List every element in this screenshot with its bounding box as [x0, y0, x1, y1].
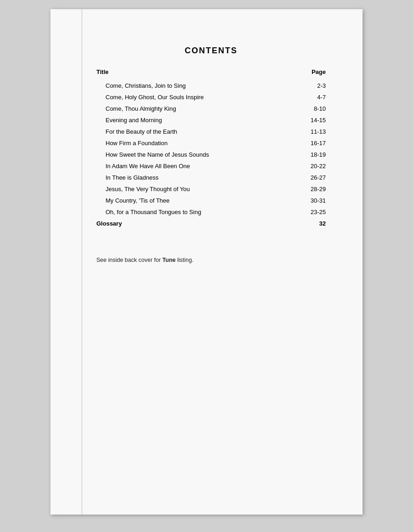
toc-entry-title: Jesus, The Very Thought of You — [96, 183, 298, 195]
toc-entry-title: My Country, 'Tis of Thee — [96, 195, 298, 206]
footnote-bold: Tune — [162, 257, 176, 263]
footnote-suffix: listing. — [176, 257, 194, 263]
toc-row: Jesus, The Very Thought of You28-29 — [96, 183, 326, 195]
toc-table: Title Page Come, Christians, Join to Sin… — [96, 68, 326, 229]
toc-entry-page: 26-27 — [298, 172, 326, 183]
toc-row: In Adam We Have All Been One20-22 — [96, 160, 326, 172]
header-page-col: Page — [298, 68, 326, 80]
toc-entry-title: Come, Christians, Join to Sing — [96, 80, 298, 91]
toc-entry-title: Oh, for a Thousand Tongues to Sing — [96, 206, 298, 218]
header-title-col: Title — [96, 68, 298, 80]
toc-header: Title Page — [96, 68, 326, 80]
toc-row: In Thee is Gladness26-27 — [96, 172, 326, 183]
toc-entry-page: 18-19 — [298, 149, 326, 160]
toc-body: Come, Christians, Join to Sing2-3Come, H… — [96, 80, 326, 229]
toc-entry-title: Glossary — [96, 218, 298, 229]
toc-row: Oh, for a Thousand Tongues to Sing23-25 — [96, 206, 326, 218]
footnote: See inside back cover for Tune listing. — [96, 257, 326, 263]
toc-entry-page: 8-10 — [298, 103, 326, 114]
toc-entry-page: 2-3 — [298, 80, 326, 91]
toc-row: Evening and Morning14-15 — [96, 114, 326, 126]
toc-entry-page: 16-17 — [298, 137, 326, 149]
toc-row: How Sweet the Name of Jesus Sounds18-19 — [96, 149, 326, 160]
toc-entry-page: 4-7 — [298, 91, 326, 103]
toc-entry-title: Evening and Morning — [96, 114, 298, 126]
toc-row: Come, Christians, Join to Sing2-3 — [96, 80, 326, 91]
toc-row: My Country, 'Tis of Thee30-31 — [96, 195, 326, 206]
toc-row: Come, Holy Ghost, Our Souls Inspire4-7 — [96, 91, 326, 103]
toc-entry-page: 28-29 — [298, 183, 326, 195]
toc-row: For the Beauty of the Earth11-13 — [96, 126, 326, 137]
toc-entry-page: 20-22 — [298, 160, 326, 172]
toc-entry-page: 30-31 — [298, 195, 326, 206]
page-title: CONTENTS — [96, 46, 326, 56]
toc-row: Glossary32 — [96, 218, 326, 229]
toc-entry-title: Come, Thou Almighty King — [96, 103, 298, 114]
toc-entry-title: In Adam We Have All Been One — [96, 160, 298, 172]
toc-entry-page: 32 — [298, 218, 326, 229]
toc-entry-title: In Thee is Gladness — [96, 172, 298, 183]
toc-entry-title: Come, Holy Ghost, Our Souls Inspire — [96, 91, 298, 103]
toc-entry-page: 14-15 — [298, 114, 326, 126]
toc-entry-title: How Firm a Foundation — [96, 137, 298, 149]
toc-entry-title: For the Beauty of the Earth — [96, 126, 298, 137]
left-border — [82, 9, 82, 515]
page: CONTENTS Title Page Come, Christians, Jo… — [50, 9, 363, 515]
toc-entry-page: 23-25 — [298, 206, 326, 218]
toc-entry-page: 11-13 — [298, 126, 326, 137]
toc-entry-title: How Sweet the Name of Jesus Sounds — [96, 149, 298, 160]
toc-row: How Firm a Foundation16-17 — [96, 137, 326, 149]
footnote-prefix: See inside back cover for — [96, 257, 162, 263]
toc-row: Come, Thou Almighty King8-10 — [96, 103, 326, 114]
